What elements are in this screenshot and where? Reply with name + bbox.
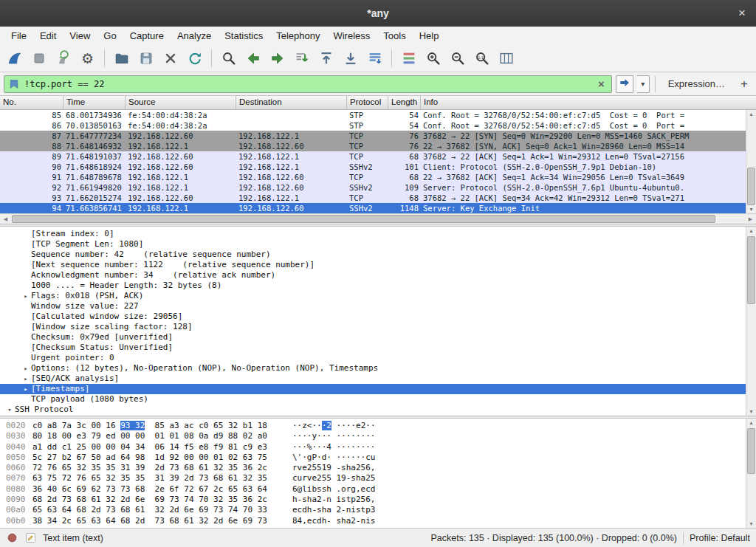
expand-icon[interactable]: ▸ [21, 363, 31, 374]
save-capture-button[interactable] [134, 47, 157, 69]
expand-icon[interactable]: ▸ [21, 374, 31, 384]
title-bar[interactable]: *any × [0, 0, 756, 27]
reload-capture-button[interactable] [183, 47, 206, 69]
menu-file[interactable]: File [4, 28, 33, 44]
detail-line[interactable]: [Calculated window size: 29056] [0, 312, 746, 322]
menu-help[interactable]: Help [413, 28, 446, 44]
go-last-button[interactable] [339, 47, 362, 69]
packet-row-87[interactable]: 8771.647777234192.168.122.60192.168.122.… [0, 131, 746, 141]
menu-statistics[interactable]: Statistics [218, 28, 269, 44]
detail-line[interactable]: [Next sequence number: 1122 (relative se… [0, 260, 746, 270]
bookmark-icon[interactable] [8, 78, 20, 90]
hex-row[interactable]: 00b038 34 2c 65 63 64 68 2d 73 68 61 32 … [0, 516, 746, 526]
resize-columns-button[interactable] [495, 47, 518, 69]
column-header-source[interactable]: Source [126, 96, 236, 109]
packet-list-vscrollbar[interactable]: ▲ ▼ [746, 110, 756, 213]
detail-line[interactable]: SSH Version 2 (encryption:chacha20-poly1… [0, 415, 746, 416]
capture-options-button[interactable]: ⚙ [76, 47, 99, 69]
scroll-up-icon[interactable]: ▲ [746, 227, 756, 235]
menu-analyze[interactable]: Analyze [171, 28, 218, 44]
hscroll-trough[interactable] [11, 214, 745, 224]
menu-edit[interactable]: Edit [33, 28, 63, 44]
detail-line[interactable]: TCP payload (1080 bytes) [0, 394, 746, 405]
scroll-right-icon[interactable]: ▶ [745, 214, 756, 224]
detail-line[interactable]: ▸Options: (12 bytes), No-Operation (NOP)… [0, 363, 746, 374]
detail-line[interactable]: Acknowledgment number: 34 (relative ack … [0, 270, 746, 281]
hex-row[interactable]: 007063 75 72 76 65 32 35 35 31 39 2d 73 … [0, 473, 746, 484]
menu-wireless[interactable]: Wireless [326, 28, 377, 44]
go-first-button[interactable] [315, 47, 337, 69]
scroll-down-icon[interactable]: ▼ [746, 407, 756, 416]
details-vscrollbar[interactable]: ▲ ▼ [746, 227, 756, 416]
go-to-packet-button[interactable] [290, 47, 313, 69]
start-capture-button[interactable] [3, 47, 26, 69]
details-vthumb[interactable] [747, 236, 755, 304]
hex-row[interactable]: 00505c 27 b2 67 50 ad 64 98 1d 92 00 00 … [0, 453, 746, 463]
display-filter-input[interactable]: !tcp.port == 22 × [4, 75, 612, 93]
zoom-reset-button[interactable]: 1:1 [470, 47, 493, 69]
clear-filter-icon[interactable]: × [595, 78, 608, 90]
hex-row[interactable]: 009068 2d 73 68 61 32 2d 6e 69 73 74 70 … [0, 495, 746, 505]
packet-row-90[interactable]: 9071.648618924192.168.122.60192.168.122.… [0, 162, 746, 172]
column-header-no[interactable]: No. [0, 96, 63, 109]
expand-icon[interactable]: ▸ [21, 384, 31, 394]
collapse-icon[interactable]: ▾ [4, 405, 15, 415]
detail-line[interactable]: Checksum: 0x79ed [unverified] [0, 332, 746, 343]
hex-vscrollbar[interactable]: ▲ ▼ [746, 419, 756, 528]
restart-capture-button[interactable] [52, 47, 75, 69]
hex-row[interactable]: 006072 76 65 32 35 35 31 39 2d 73 68 61 … [0, 463, 746, 473]
hex-vthumb[interactable] [747, 428, 755, 474]
detail-line[interactable]: [Checksum Status: Unverified] [0, 343, 746, 353]
detail-line[interactable]: Sequence number: 42 (relative sequence n… [0, 250, 746, 260]
detail-line[interactable]: ▸[Timestamps] [0, 384, 746, 394]
detail-line[interactable]: Urgent pointer: 0 [0, 353, 746, 363]
column-header-destination[interactable]: Destination [236, 96, 347, 109]
detail-line[interactable]: [Stream index: 0] [0, 229, 746, 239]
go-back-button[interactable] [241, 47, 264, 69]
hex-row[interactable]: 003080 18 00 e3 79 ed 00 00 01 01 08 0a … [0, 431, 746, 441]
packet-row-86[interactable]: 8670.013850163fe:54:00:d4:38:2aSTP54Conf… [0, 120, 746, 131]
packet-list-hscrollbar[interactable]: ◀ ▶ [0, 213, 756, 224]
go-forward-button[interactable] [266, 47, 289, 69]
filter-dropdown-button[interactable]: ▾ [637, 75, 650, 93]
scroll-left-icon[interactable]: ◀ [0, 214, 11, 224]
scroll-up-icon[interactable]: ▲ [746, 419, 756, 427]
hex-row[interactable]: 008036 40 6c 69 62 73 73 68 2e 6f 72 67 … [0, 484, 746, 495]
stop-capture-button[interactable] [27, 47, 50, 69]
hex-row[interactable]: 00a065 63 64 68 2d 73 68 61 32 2d 6e 69 … [0, 505, 746, 515]
detail-line[interactable]: Window size value: 227 [0, 301, 746, 312]
hex-row[interactable]: 0020c0 a8 7a 3c 00 16 93 32 85 a3 ac c0 … [0, 421, 746, 431]
packet-row-88[interactable]: 8871.648146932192.168.122.1192.168.122.6… [0, 141, 746, 151]
menu-telephony[interactable]: Telephony [269, 28, 326, 44]
menu-go[interactable]: Go [97, 28, 123, 44]
packet-row-94[interactable]: 9471.663856741192.168.122.1192.168.122.6… [0, 203, 746, 213]
column-header-length[interactable]: Length [388, 96, 421, 109]
scroll-down-icon[interactable]: ▼ [746, 520, 756, 528]
detail-line[interactable]: ▾SSH Protocol [0, 405, 746, 415]
detail-line[interactable]: [Window size scaling factor: 128] [0, 322, 746, 332]
detail-line[interactable]: ▸Flags: 0x018 (PSH, ACK) [0, 291, 746, 301]
auto-scroll-button[interactable] [363, 47, 386, 69]
zoom-out-button[interactable] [446, 47, 469, 69]
packet-list-hthumb[interactable] [12, 215, 715, 223]
capture-comment-icon[interactable] [24, 531, 37, 544]
add-filter-button[interactable]: + [736, 76, 752, 92]
detail-line[interactable]: [TCP Segment Len: 1080] [0, 239, 746, 250]
expression-button[interactable]: Expression… [661, 78, 732, 89]
scroll-down-icon[interactable]: ▼ [746, 205, 756, 213]
packet-row-85[interactable]: 8568.001734936fe:54:00:d4:38:2aSTP54Conf… [0, 110, 746, 120]
column-header-time[interactable]: Time [63, 96, 126, 109]
detail-line[interactable]: ▸[SEQ/ACK analysis] [0, 374, 746, 384]
apply-filter-button[interactable] [616, 75, 633, 93]
hex-row[interactable]: 0040a1 dd c1 25 00 00 04 34 06 14 f5 e8 … [0, 442, 746, 453]
close-icon[interactable]: × [738, 6, 746, 21]
packet-row-89[interactable]: 8971.648191037192.168.122.60192.168.122.… [0, 151, 746, 162]
open-capture-button[interactable] [110, 47, 133, 69]
packet-list-vthumb[interactable] [747, 168, 755, 204]
packet-row-93[interactable]: 9371.662015274192.168.122.60192.168.122.… [0, 193, 746, 203]
colorize-packets-button[interactable] [397, 47, 420, 69]
column-header-protocol[interactable]: Protocol [347, 96, 388, 109]
profile-status[interactable]: Profile: Default [690, 533, 750, 543]
close-capture-button[interactable] [159, 47, 182, 69]
zoom-in-button[interactable] [422, 47, 444, 69]
